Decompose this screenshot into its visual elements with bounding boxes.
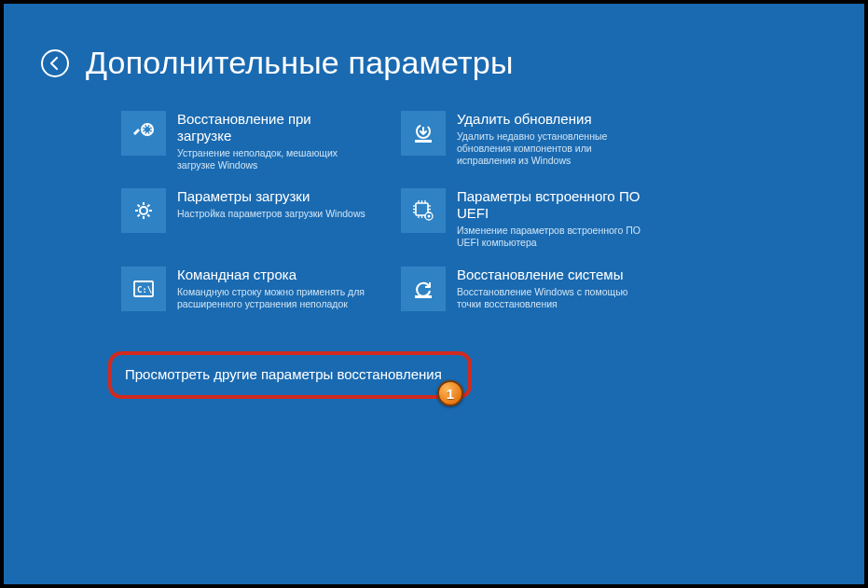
tile-desc: Удалить недавно установленные обновления…	[457, 130, 648, 167]
annotation-highlight: Просмотреть другие параметры восстановле…	[108, 351, 472, 399]
svg-rect-2	[415, 140, 432, 143]
recovery-screen: Дополнительные параметры Восстановление …	[4, 4, 864, 584]
svg-point-6	[428, 215, 431, 218]
tile-text: Удалить обновления Удалить недавно устан…	[457, 111, 648, 167]
window-frame: Дополнительные параметры Восстановление …	[0, 0, 868, 588]
wrench-gear-icon	[121, 111, 166, 156]
tile-text: Параметры встроенного ПО UEFI Изменение …	[457, 188, 648, 249]
tile-text: Параметры загрузки Настройка параметров …	[177, 188, 365, 220]
tile-text: Восстановление системы Восстановление Wi…	[457, 267, 648, 310]
tile-desc: Изменение параметров встроенного ПО UEFI…	[457, 225, 648, 249]
tile-title: Удалить обновления	[457, 111, 648, 128]
see-more-recovery-link[interactable]: Просмотреть другие параметры восстановле…	[125, 366, 451, 382]
svg-rect-9	[415, 295, 432, 298]
restore-icon	[401, 267, 446, 311]
tile-desc: Командную строку можно применять для рас…	[177, 286, 368, 310]
header: Дополнительные параметры	[41, 45, 864, 81]
arrow-left-icon	[48, 57, 62, 70]
tile-text: Командная строка Командную строку можно …	[177, 267, 368, 310]
tile-startup-settings[interactable]: Параметры загрузки Настройка параметров …	[121, 188, 375, 249]
tile-title: Параметры встроенного ПО UEFI	[457, 188, 648, 222]
tile-title: Восстановление системы	[457, 267, 648, 283]
tile-desc: Восстановление Windows с помощью точки в…	[457, 286, 648, 310]
chip-gear-icon	[401, 188, 446, 233]
tile-desc: Устранение неполадок, мешающих загрузке …	[177, 147, 368, 171]
gear-icon	[121, 188, 166, 233]
page-title: Дополнительные параметры	[86, 45, 514, 81]
uninstall-updates-icon	[401, 111, 446, 156]
tile-command-prompt[interactable]: C:\ Командная строка Командную строку мо…	[121, 267, 375, 311]
back-button[interactable]	[41, 49, 69, 77]
terminal-icon: C:\	[121, 267, 166, 311]
tile-title: Параметры загрузки	[177, 188, 365, 205]
tile-uninstall-updates[interactable]: Удалить обновления Удалить недавно устан…	[401, 111, 654, 171]
tile-desc: Настройка параметров загрузки Windows	[177, 208, 365, 220]
tile-uefi-settings[interactable]: Параметры встроенного ПО UEFI Изменение …	[401, 188, 654, 249]
tile-text: Восстановление при загрузке Устранение н…	[177, 111, 368, 171]
svg-point-3	[140, 207, 147, 214]
svg-text:C:\: C:\	[137, 285, 152, 294]
tile-title: Командная строка	[177, 267, 368, 283]
tile-system-restore[interactable]: Восстановление системы Восстановление Wi…	[401, 267, 654, 311]
options-grid: Восстановление при загрузке Устранение н…	[121, 111, 864, 311]
annotation-badge-1: 1	[437, 380, 463, 406]
tile-startup-repair[interactable]: Восстановление при загрузке Устранение н…	[121, 111, 375, 171]
tile-title: Восстановление при загрузке	[177, 111, 368, 144]
